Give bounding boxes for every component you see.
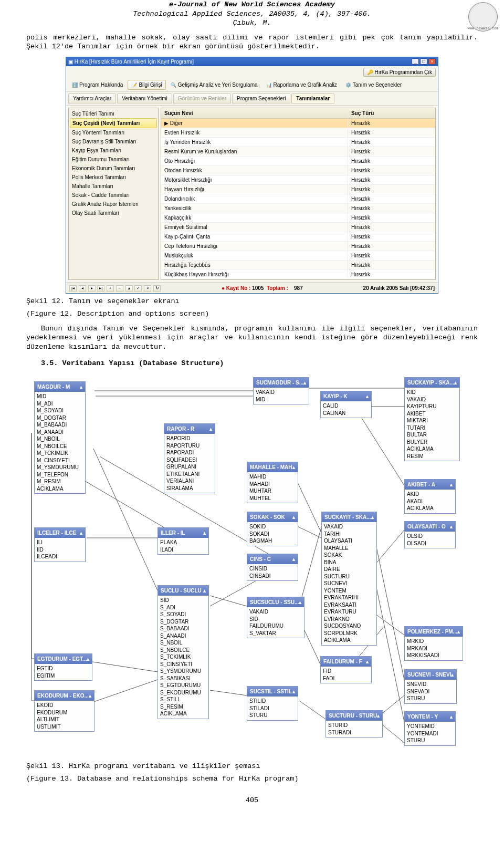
nav-save-button[interactable]: ✓: [134, 285, 142, 292]
menu-item[interactable]: ⚙️Tanım ve Seçenekler: [342, 80, 405, 90]
subtab-item[interactable]: Yardımcı Araçlar: [68, 93, 116, 103]
db-column: GRUPALANI: [166, 463, 213, 471]
grid-cell: ▶ Diğer: [161, 119, 348, 128]
sidebar-item[interactable]: Ekonomik Durum Tanımları: [70, 164, 157, 173]
grid-cell: Hırsızlık: [348, 261, 435, 269]
close-button[interactable]: ×: [428, 58, 436, 65]
col-header[interactable]: Suç Türü: [348, 108, 435, 118]
app-window: ▣ HırKa [Hırsızlık Büro Amirlikleri İçin…: [66, 57, 438, 294]
db-column: SNEVID: [407, 681, 454, 688]
menu-item[interactable]: 🔍Gelişmiş Analiz ve Yeri Sorgulama: [167, 80, 261, 90]
db-column: BAGMAH: [249, 537, 296, 545]
db-table: ILCELER - ILCE▴ILIIIDILCEADI: [34, 527, 86, 562]
db-table-title: FAILDURUM - F▴: [321, 657, 371, 667]
menu-item[interactable]: 📝Bilgi Girişi: [128, 80, 165, 90]
subtab-item[interactable]: Görünüm ve Renkler: [173, 93, 231, 103]
db-table: CINS - C▴CINSIDCINSADI: [247, 554, 298, 581]
grid-row[interactable]: Cep Telefonu HırsızlığıHırsızlık: [161, 242, 435, 251]
status-datetime: 20 Aralık 2005 Salı [09:42:37]: [363, 285, 435, 292]
db-column: S_SOYADI: [160, 611, 206, 618]
nav-first-button[interactable]: |◂: [69, 285, 77, 292]
exit-program-button[interactable]: 🔑 HırKa Programından Çık: [363, 68, 436, 77]
maximize-button[interactable]: □: [420, 58, 427, 65]
grid-row[interactable]: MuslukçulukHırsızlık: [161, 251, 435, 261]
window-title: HırKa [Hırsızlık Büro Amirlikleri İçin K…: [75, 59, 194, 65]
subtab-item[interactable]: Veritabanı Yönetimi: [117, 93, 172, 103]
db-table-title: AKIBET - A▴: [405, 480, 455, 490]
chevron-up-icon: ▴: [209, 425, 212, 432]
figure12-caption-en: (Figure 12. Description and options scre…: [26, 309, 478, 319]
db-column: MID: [256, 396, 307, 403]
menu-item[interactable]: 📊Raporlama ve Grafik Analiz: [262, 80, 341, 90]
chevron-up-icon: ▴: [89, 692, 91, 699]
grid-row[interactable]: Hırsızlığa TeşebbüsHırsızlık: [161, 261, 435, 270]
nav-refresh-button[interactable]: ↻: [153, 285, 161, 292]
grid-cell: Otodan Hırsızlık: [161, 166, 348, 175]
subtab-item[interactable]: Program Seçenekleri: [232, 93, 290, 103]
nav-cancel-button[interactable]: ×: [144, 285, 151, 292]
sidebar-item[interactable]: Eğitim Durumu Tanımları: [70, 155, 157, 164]
db-column: BULTAR: [407, 431, 457, 439]
grid-row[interactable]: Küçükbaş Hayvan HırsızlığıHırsızlık: [161, 270, 435, 279]
menu-icon: 🔍: [171, 82, 176, 88]
sidebar-item[interactable]: Suç Davranış Stili Tanımları: [70, 137, 157, 146]
journal-logo: www.newwsa.com: [468, 2, 498, 32]
sidebar-item[interactable]: Suç Türleri Tanımı: [70, 109, 157, 118]
grid-row[interactable]: DolandırıcılıkHırsızlık: [161, 194, 435, 204]
grid-row[interactable]: Oto HırsızlığıHırsızlık: [161, 157, 435, 166]
col-header[interactable]: Suçun Nevi: [161, 108, 348, 118]
minimize-button[interactable]: _: [412, 58, 419, 65]
db-column: SOKADI: [249, 531, 296, 538]
sidebar-item[interactable]: Mahalle Tanımları: [70, 182, 157, 191]
grid-row[interactable]: Kayıp-Çalıntı ÇantaHırsızlık: [161, 232, 435, 242]
grid-row[interactable]: Evden HırsızlıkHırsızlık: [161, 128, 435, 138]
db-table: KAYIP - K▴CALIDCALINAN: [320, 391, 372, 418]
nav-add-button[interactable]: +: [107, 285, 114, 292]
db-table: EKODURUM - EKO...▴EKOIDEKODURUMALTLIMITU…: [34, 690, 94, 732]
db-column: M_NBOILCE: [37, 443, 83, 450]
grid-row[interactable]: Resmi Kurum ve KuruluşlardanHırsızlık: [161, 147, 435, 157]
db-table: RAPOR - R▴RAPORIDRAPORTURURAPORADISQLIFA…: [164, 423, 215, 493]
db-column: ACIKLAMA: [407, 445, 457, 453]
nav-next-button[interactable]: ▸: [88, 285, 96, 292]
grid-cell: Dolandırıcılık: [161, 194, 348, 203]
grid-row[interactable]: Hayvan HırsızlığıHırsızlık: [161, 185, 435, 194]
sidebar-item[interactable]: Sokak - Cadde Tanımları: [70, 191, 157, 200]
sidebar-item[interactable]: Kayıp Eşya Tanımları: [70, 146, 157, 155]
db-column: VERIALANI: [166, 477, 213, 485]
db-column: M_NBOIL: [37, 435, 83, 443]
sidebar-item[interactable]: Suç Yöntemi Tanımları: [70, 128, 157, 137]
grid-row[interactable]: KapkaççılıkHırsızlık: [161, 213, 435, 223]
nav-delete-button[interactable]: −: [116, 285, 123, 292]
grid-cell: Evden Hırsızlık: [161, 128, 348, 137]
sidebar-item[interactable]: Grafik Analiz Rapor İstemleri: [70, 200, 157, 209]
db-column: MAHADI: [249, 481, 296, 488]
db-table-title: SUCKAYIT - SKA...▴: [322, 512, 376, 522]
figure13-caption-en: (Figure 13. Database and relationships s…: [26, 774, 478, 784]
grid-row[interactable]: Emniyeti SuistimalHırsızlık: [161, 223, 435, 232]
db-table-title: EKODURUM - EKO...▴: [35, 691, 94, 701]
db-table-title: ILCELER - ILCE▴: [35, 528, 85, 538]
nav-last-button[interactable]: ▸|: [97, 285, 104, 292]
nav-edit-button[interactable]: ▴: [125, 285, 133, 292]
sidebar-item[interactable]: Polis Merkezi Tanımları: [70, 173, 157, 182]
grid-cell: Hırsızlık: [348, 213, 435, 222]
db-column: EVRAKTARIHI: [324, 594, 374, 601]
grid-cell: Hırsızlık: [348, 194, 435, 203]
db-column: S_VAKTAR: [249, 630, 302, 637]
paragraph-2: Bunun dışında Tanım ve Seçenekler kısmın…: [26, 324, 478, 352]
db-column: AKIBET: [407, 410, 457, 418]
db-column: SQLIFADESI: [166, 456, 213, 464]
grid-row[interactable]: Otodan HırsızlıkHırsızlık: [161, 166, 435, 175]
sidebar-item[interactable]: Olay Saati Tanımları: [70, 209, 157, 217]
subtab-item[interactable]: Tanımlamalar: [291, 93, 334, 103]
grid-row[interactable]: Motorsiklet HırsızlığıHırsızlık: [161, 175, 435, 185]
menu-item[interactable]: ℹ️Program Hakkında: [68, 80, 127, 90]
db-column: EKOID: [37, 702, 92, 709]
grid-row[interactable]: İş Yerinden HırsızlıkHırsızlık: [161, 138, 435, 147]
grid-row[interactable]: ▶ DiğerHırsızlık: [161, 119, 435, 128]
grid-row[interactable]: YankesicilikHırsızlık: [161, 204, 435, 213]
dot-icon: ●: [222, 285, 225, 291]
sidebar-item[interactable]: Suç Çeşidi (Nevi) Tanımları: [70, 118, 157, 128]
nav-prev-button[interactable]: ◂: [79, 285, 86, 292]
